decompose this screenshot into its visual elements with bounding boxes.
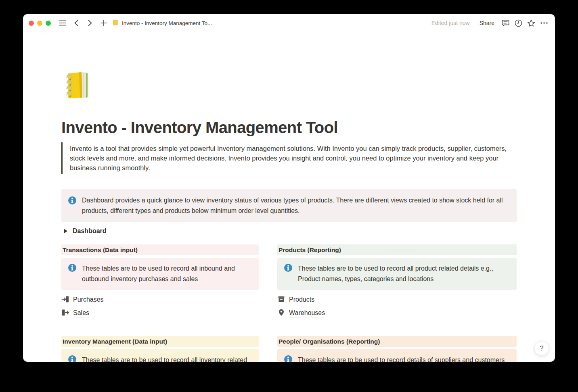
section-callout: These tables are to be used to record al…	[61, 258, 259, 290]
dashboard-toggle-label: Dashboard	[73, 227, 107, 235]
section-callout: These tables are to be used to record al…	[61, 349, 259, 362]
location-pin-icon	[277, 309, 285, 318]
clock-icon	[515, 19, 522, 27]
chevron-left-icon	[74, 20, 78, 26]
section-heading: Inventory Management (Data input)	[61, 336, 259, 347]
traffic-lights	[29, 21, 51, 26]
dashboard-callout-text: Dashboard provides a quick glance to vie…	[82, 195, 510, 216]
toggle-triangle-icon	[64, 229, 67, 234]
section-callout: These tables are to be used to record de…	[277, 349, 517, 362]
intro-quote: Invento is a tool that provides simple y…	[61, 142, 517, 174]
section-people-organisations: People/ Organisations (Reporting) These …	[277, 336, 517, 362]
section-transactions: Transactions (Data input) These tables a…	[61, 244, 259, 321]
section-callout: These tables are to be used to record al…	[277, 258, 517, 290]
page-icon-notebook[interactable]	[61, 69, 94, 101]
forward-button[interactable]	[85, 18, 95, 28]
section-products: Products (Reporting) These tables are to…	[277, 244, 517, 321]
notebook-icon	[112, 19, 119, 27]
exit-door-icon	[61, 309, 69, 318]
info-icon	[68, 196, 77, 216]
link-sales[interactable]: Sales	[61, 308, 89, 319]
link-label: Warehouses	[289, 309, 325, 317]
minimize-window-button[interactable]	[37, 21, 42, 26]
favorite-button[interactable]	[526, 18, 536, 28]
link-products[interactable]: Products	[277, 294, 314, 306]
tab[interactable]: Invento - Inventory Management To...	[112, 19, 212, 27]
comment-icon	[502, 19, 509, 27]
more-options-button[interactable]	[539, 18, 549, 28]
link-label: Products	[289, 296, 314, 304]
titlebar: Invento - Inventory Management To... Edi…	[23, 14, 555, 32]
page-title: Invento - Inventory Management Tool	[61, 118, 517, 137]
hamburger-icon	[59, 20, 66, 26]
comments-button[interactable]	[500, 18, 511, 28]
page-body: Invento - Inventory Management Tool Inve…	[23, 69, 555, 362]
section-heading: People/ Organisations (Reporting)	[277, 336, 517, 347]
link-warehouses[interactable]: Warehouses	[277, 308, 325, 319]
chevron-right-icon	[88, 20, 92, 26]
star-icon	[527, 19, 535, 27]
section-callout-text: These tables are to be used to record al…	[82, 355, 252, 362]
info-icon	[68, 263, 77, 284]
sidebar-menu-button[interactable]	[57, 18, 68, 28]
help-button[interactable]: ?	[534, 341, 549, 356]
section-heading: Transactions (Data input)	[61, 244, 259, 255]
section-heading: Products (Reporting)	[277, 244, 517, 255]
info-icon	[284, 355, 293, 362]
back-button[interactable]	[71, 18, 82, 28]
link-label: Sales	[73, 309, 89, 317]
enter-door-icon	[61, 295, 69, 305]
section-callout-text: These tables are to be used to record de…	[298, 355, 505, 362]
share-button[interactable]: Share	[476, 18, 498, 28]
zoom-window-button[interactable]	[46, 21, 51, 26]
section-callout-text: These tables are to be used to record al…	[82, 263, 252, 284]
section-inventory-management: Inventory Management (Data input) These …	[61, 336, 259, 362]
dashboard-callout: Dashboard provides a quick glance to vie…	[61, 189, 517, 222]
link-purchases[interactable]: Purchases	[61, 294, 104, 306]
tab-title-text: Invento - Inventory Management To...	[122, 20, 212, 26]
section-callout-text: These tables are to be used to record al…	[298, 263, 510, 284]
info-icon	[284, 263, 293, 284]
edited-status: Edited just now	[431, 20, 470, 26]
plus-icon	[101, 20, 107, 26]
ellipsis-icon	[540, 22, 548, 24]
history-button[interactable]	[513, 18, 524, 28]
box-icon	[277, 295, 285, 305]
dashboard-toggle[interactable]: Dashboard	[61, 226, 107, 236]
info-icon	[68, 355, 77, 362]
new-tab-button[interactable]	[98, 18, 109, 28]
link-label: Purchases	[73, 296, 104, 304]
app-window: Invento - Inventory Management To... Edi…	[23, 14, 555, 362]
close-window-button[interactable]	[29, 21, 34, 26]
